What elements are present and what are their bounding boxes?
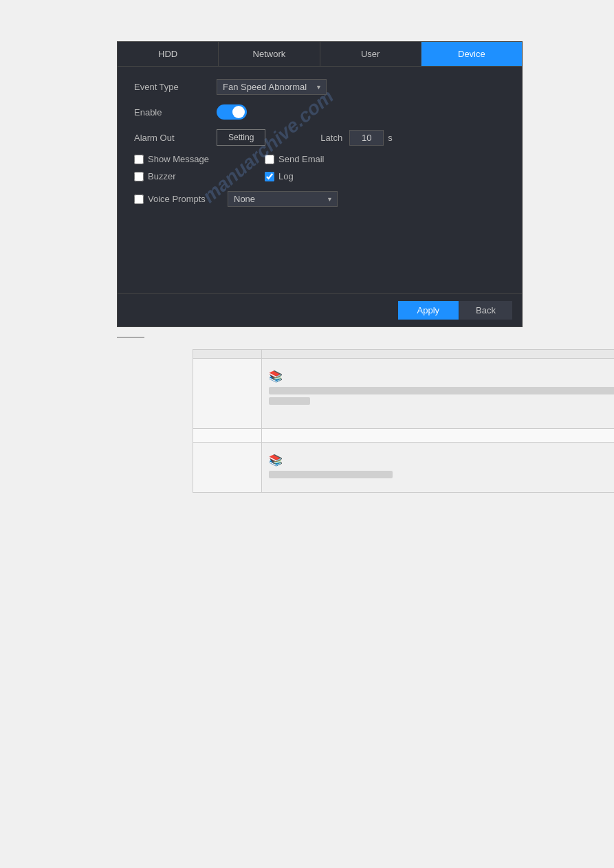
latch-label: Latch bbox=[320, 133, 342, 143]
latch-group: Latch s bbox=[320, 130, 392, 146]
info-table: 📚 📚 bbox=[193, 349, 614, 493]
event-type-row: Event Type Fan Speed Abnormal bbox=[134, 79, 505, 95]
panel-footer: Apply Back bbox=[118, 293, 522, 326]
table-row-1-col1 bbox=[193, 359, 262, 429]
enable-label: Enable bbox=[134, 107, 217, 118]
log-label: Log bbox=[278, 171, 294, 181]
log-checkbox[interactable] bbox=[265, 172, 274, 181]
tab-network[interactable]: Network bbox=[219, 42, 320, 66]
latch-unit: s bbox=[388, 133, 393, 143]
voice-prompts-dropdown-wrapper[interactable]: None bbox=[228, 191, 338, 207]
col1-header bbox=[193, 350, 262, 359]
table-row-3-col1 bbox=[193, 443, 262, 493]
event-type-dropdown-wrapper[interactable]: Fan Speed Abnormal bbox=[217, 79, 327, 95]
table-row-3-col2: 📚 bbox=[262, 443, 615, 493]
table-row-1-col2: 📚 bbox=[262, 359, 615, 429]
tab-device[interactable]: Device bbox=[421, 42, 522, 66]
enable-toggle[interactable] bbox=[217, 104, 247, 120]
checkbox-section: Show Message Send Email Buzzer bbox=[134, 154, 505, 181]
send-email-label: Send Email bbox=[278, 154, 324, 164]
tab-hdd[interactable]: HDD bbox=[118, 42, 219, 66]
checkbox-row-1: Show Message Send Email bbox=[134, 154, 505, 164]
voice-prompts-select[interactable]: None bbox=[228, 191, 338, 207]
send-email-checkbox[interactable] bbox=[265, 155, 274, 164]
latch-input[interactable] bbox=[349, 130, 384, 146]
alarm-setting-button[interactable]: Setting bbox=[217, 129, 265, 146]
tab-user[interactable]: User bbox=[320, 42, 421, 66]
divider bbox=[117, 337, 144, 338]
checkbox-row-2: Buzzer Log bbox=[134, 171, 505, 181]
table-row-2 bbox=[193, 429, 615, 443]
show-message-checkbox[interactable] bbox=[134, 155, 144, 164]
buzzer-label: Buzzer bbox=[148, 171, 175, 181]
show-message-label: Show Message bbox=[148, 154, 209, 164]
table-row-2-col1 bbox=[193, 429, 262, 443]
tab-bar: HDD Network User Device bbox=[118, 42, 522, 67]
table-row-3: 📚 bbox=[193, 443, 615, 493]
table-header-row bbox=[193, 350, 615, 359]
buzzer-checkbox[interactable] bbox=[134, 172, 144, 181]
info-table-section: 📚 📚 bbox=[117, 349, 497, 493]
voice-prompts-label: Voice Prompts bbox=[148, 194, 206, 204]
send-email-item[interactable]: Send Email bbox=[265, 154, 368, 164]
alarm-out-label: Alarm Out bbox=[134, 133, 217, 143]
enable-row: Enable bbox=[134, 104, 505, 120]
col2-header bbox=[262, 350, 615, 359]
event-type-select[interactable]: Fan Speed Abnormal bbox=[217, 79, 327, 95]
log-item[interactable]: Log bbox=[265, 171, 368, 181]
voice-prompts-item[interactable]: Voice Prompts bbox=[134, 194, 223, 204]
note-icon-2: 📚 bbox=[269, 454, 614, 467]
buzzer-item[interactable]: Buzzer bbox=[134, 171, 237, 181]
apply-button[interactable]: Apply bbox=[398, 301, 459, 320]
table-row-2-col2 bbox=[262, 429, 615, 443]
voice-prompts-checkbox[interactable] bbox=[134, 194, 144, 204]
redacted-bar-long-1 bbox=[269, 387, 614, 394]
table-row-1: 📚 bbox=[193, 359, 615, 429]
back-button[interactable]: Back bbox=[459, 301, 512, 320]
show-message-item[interactable]: Show Message bbox=[134, 154, 237, 164]
redacted-bar-short-2 bbox=[269, 471, 393, 478]
alarm-latch-row: Alarm Out Setting Latch s bbox=[134, 129, 505, 146]
redacted-bar-short-1 bbox=[269, 397, 310, 405]
event-type-label: Event Type bbox=[134, 82, 217, 92]
watermark: manuarchive.com bbox=[199, 85, 338, 208]
event-type-value: Fan Speed Abnormal bbox=[217, 79, 327, 95]
note-icon-1: 📚 bbox=[269, 370, 614, 383]
voice-prompts-row: Voice Prompts None bbox=[134, 191, 505, 207]
